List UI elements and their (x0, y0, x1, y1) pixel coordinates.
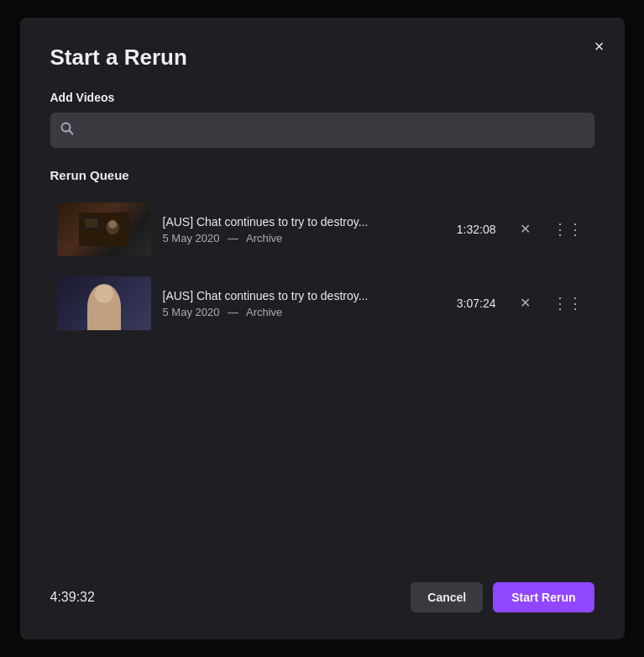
remove-button-1[interactable]: ✕ (515, 218, 536, 241)
cancel-button[interactable]: Cancel (411, 582, 483, 612)
modal-footer: 4:39:32 Cancel Start Rerun (50, 555, 594, 612)
svg-rect-4 (85, 218, 98, 228)
separator-2: — (228, 306, 238, 318)
modal-title: Start a Rerun (50, 45, 594, 71)
thumbnail-head (95, 285, 113, 303)
video-type-1: Archive (246, 232, 282, 244)
video-info-1: [AUS] Chat continues to try to destroy..… (163, 215, 445, 244)
close-button[interactable]: × (591, 34, 608, 58)
video-duration-2: 3:07:24 (457, 297, 496, 310)
modal-overlay: × Start a Rerun Add Videos Rerun Queue (0, 0, 644, 657)
separator-1: — (228, 232, 238, 244)
video-duration-1: 1:32:08 (457, 223, 496, 236)
video-type-2: Archive (246, 306, 282, 318)
video-meta-2: 5 May 2020 — Archive (163, 306, 445, 318)
queue-list: [AUS] Chat continues to try to destroy..… (50, 194, 594, 555)
svg-point-6 (108, 220, 117, 229)
search-input[interactable] (50, 113, 594, 148)
search-container (50, 113, 594, 148)
video-title-1: [AUS] Chat continues to try to destroy..… (163, 215, 445, 229)
video-date-1: 5 May 2020 (163, 232, 220, 244)
thumbnail-image-2 (57, 276, 151, 330)
video-thumbnail-2 (57, 276, 151, 330)
video-thumbnail-1 (57, 202, 151, 256)
total-duration: 4:39:32 (50, 590, 95, 605)
svg-line-1 (69, 131, 72, 134)
modal-dialog: × Start a Rerun Add Videos Rerun Queue (20, 18, 625, 639)
add-videos-section: Add Videos (50, 91, 594, 168)
table-row: [AUS] Chat continues to try to destroy..… (50, 194, 594, 265)
drag-handle-2[interactable]: ⋮⋮ (547, 291, 588, 316)
queue-label: Rerun Queue (50, 168, 594, 182)
add-videos-label: Add Videos (50, 91, 594, 104)
start-rerun-button[interactable]: Start Rerun (493, 582, 594, 612)
search-icon (60, 122, 74, 139)
table-row: [AUS] Chat continues to try to destroy..… (50, 268, 594, 339)
video-meta-1: 5 May 2020 — Archive (163, 232, 445, 244)
footer-buttons: Cancel Start Rerun (411, 582, 594, 612)
video-date-2: 5 May 2020 (163, 306, 220, 318)
drag-handle-1[interactable]: ⋮⋮ (547, 217, 588, 242)
video-info-2: [AUS] Chat continues to try to destroy..… (163, 289, 445, 318)
video-title-2: [AUS] Chat continues to try to destroy..… (163, 289, 445, 302)
remove-button-2[interactable]: ✕ (515, 292, 536, 315)
thumbnail-image-1 (57, 202, 151, 256)
